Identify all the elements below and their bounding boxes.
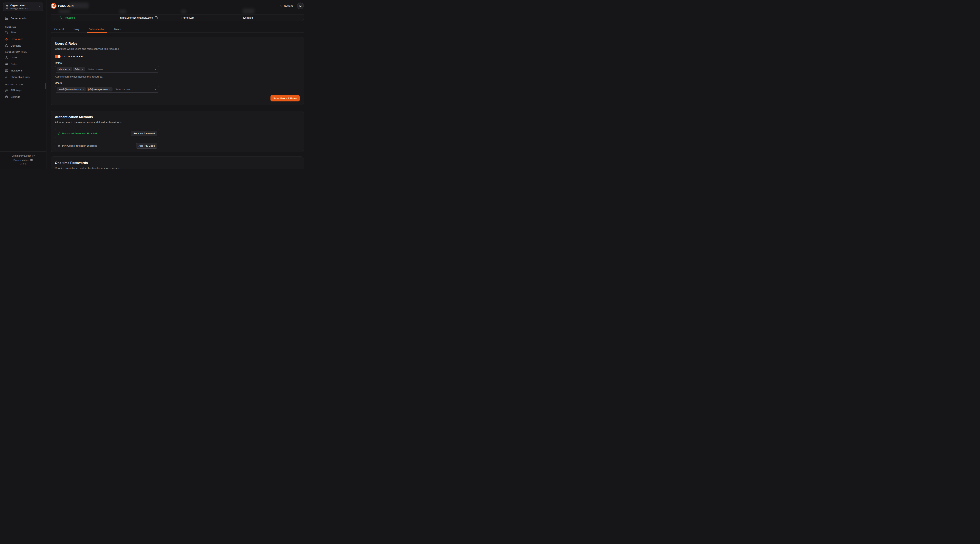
globe-icon [5, 44, 8, 47]
sidebar-section-organization: ORGANIZATION [5, 83, 23, 86]
admins-note: Admins can always access this resource. [55, 75, 300, 78]
sidebar-scrollbar[interactable] [46, 83, 46, 89]
sidebar-item-users[interactable]: Users [3, 54, 43, 60]
app-version: v1.7.0 [20, 163, 27, 166]
chevron-down-icon [154, 88, 157, 91]
sidebar-item-server-admin[interactable]: Server Admin [3, 15, 43, 21]
tab-authentication[interactable]: Authentication [87, 25, 107, 33]
sidebar-item-api-keys[interactable]: API Keys [3, 87, 43, 93]
sidebar-item-resources[interactable]: Resources [3, 36, 43, 42]
password-status-text: Password Protection Enabled [62, 132, 97, 135]
sidebar-item-settings[interactable]: Settings [3, 94, 43, 100]
remove-chip-icon[interactable] [109, 88, 111, 90]
community-edition-link[interactable]: Community Edition [11, 154, 35, 157]
sidebar-item-shareable-links[interactable]: Shareable Links [3, 74, 43, 80]
binary-icon [57, 144, 60, 147]
password-protection-row: Password Protection Enabled Remove Passw… [55, 129, 159, 138]
pin-protection-row: PIN Code Protection Disabled Add PIN Cod… [55, 141, 159, 150]
remove-chip-icon[interactable] [82, 88, 84, 90]
moon-icon [280, 5, 282, 8]
building-icon [5, 5, 9, 9]
users-label: Users [55, 81, 300, 84]
gear-icon [5, 95, 8, 98]
role-chip: Member [57, 67, 72, 71]
documentation-link[interactable]: Documentation [14, 159, 33, 162]
user-avatar[interactable]: M [297, 3, 304, 9]
theme-toggle[interactable]: System [280, 5, 293, 8]
protected-badge: Protected [59, 15, 75, 20]
role-chip: Sales [73, 67, 85, 71]
resource-url: https://immich.example.com [120, 15, 158, 20]
org-selector[interactable]: Organization milo@fossorial.io's ... [3, 3, 43, 11]
key-round-icon [5, 89, 8, 92]
sidebar: Organization milo@fossorial.io's ... Ser… [0, 0, 46, 169]
remove-password-button[interactable]: Remove Password [131, 131, 158, 136]
key-icon [57, 132, 60, 135]
sidebar-item-roles[interactable]: Roles [3, 61, 43, 67]
platform-sso-label: Use Platform SSO [62, 55, 84, 58]
auth-methods-card: Authentication Methods Allow access to t… [51, 111, 304, 152]
brand: PANGOLIN [51, 3, 74, 9]
pangolin-logo-icon [51, 3, 57, 9]
users-roles-card: Users & Roles Configure which users and … [51, 37, 304, 105]
add-pin-code-button[interactable]: Add PIN Code [136, 143, 158, 149]
mail-check-icon [5, 69, 8, 72]
top-header: PANGOLIN System M [46, 0, 307, 12]
link-icon [5, 76, 8, 79]
resource-site: Home Lab [181, 15, 194, 20]
resource-enabled: Enabled [243, 15, 253, 20]
platform-sso-toggle[interactable] [55, 55, 61, 58]
tab-rules[interactable]: Rules [112, 25, 123, 33]
users-icon [5, 63, 8, 66]
combine-icon [5, 31, 8, 34]
brand-name: PANGOLIN [58, 4, 74, 8]
users-select[interactable]: sarah@example.com jeff@example.com Selec… [55, 86, 159, 93]
resource-tabs: General Proxy Authentication Rules [51, 25, 304, 33]
user-icon [5, 56, 8, 59]
shield-check-icon [59, 16, 62, 19]
sidebar-footer: Community Edition Documentation v1.7.0 [0, 151, 46, 169]
user-chip: sarah@example.com [57, 87, 86, 92]
roles-placeholder: Select a role [88, 68, 103, 71]
card-title: Authentication Methods [55, 115, 300, 119]
sidebar-item-sites[interactable]: Sites [3, 29, 43, 35]
sidebar-section-general: GENERAL [5, 25, 16, 28]
waypoints-icon [5, 38, 8, 41]
org-value: milo@fossorial.io's ... [10, 7, 33, 10]
external-link-icon [32, 155, 35, 157]
tab-general[interactable]: General [52, 25, 66, 33]
chevrons-up-down-icon [38, 6, 41, 8]
sidebar-section-access-control: ACCESS CONTROL [5, 51, 27, 53]
one-time-passwords-card: One-time Passwords Require email-based a… [51, 157, 304, 169]
sidebar-item-domains[interactable]: Domains [3, 43, 43, 49]
book-open-icon [30, 159, 33, 162]
server-icon [5, 17, 8, 20]
chevron-down-icon [154, 68, 157, 71]
resource-info-bar: Protected https://immich.example.com Hom… [51, 14, 304, 21]
roles-label: Roles [55, 62, 300, 64]
card-subtitle: Configure which users and roles can visi… [55, 48, 300, 50]
users-placeholder: Select a user [115, 88, 131, 91]
pin-status-text: PIN Code Protection Disabled [62, 144, 97, 147]
org-label: Organization [10, 4, 25, 7]
card-subtitle: Require email-based authentication for r… [55, 167, 300, 169]
remove-chip-icon[interactable] [81, 68, 84, 70]
sidebar-item-invitations[interactable]: Invitations [3, 68, 43, 73]
user-chip: jeff@example.com [87, 87, 113, 92]
copy-icon[interactable] [155, 16, 158, 19]
tab-proxy[interactable]: Proxy [71, 25, 81, 33]
remove-chip-icon[interactable] [68, 68, 70, 70]
card-subtitle: Allow access to the resource via additio… [55, 121, 300, 124]
card-title: One-time Passwords [55, 161, 300, 165]
save-users-roles-button[interactable]: Save Users & Roles [270, 95, 300, 102]
card-title: Users & Roles [55, 42, 300, 46]
roles-select[interactable]: Member Sales Select a role [55, 66, 159, 73]
main-area: PANGOLIN System M Protected https://immi… [46, 0, 307, 169]
